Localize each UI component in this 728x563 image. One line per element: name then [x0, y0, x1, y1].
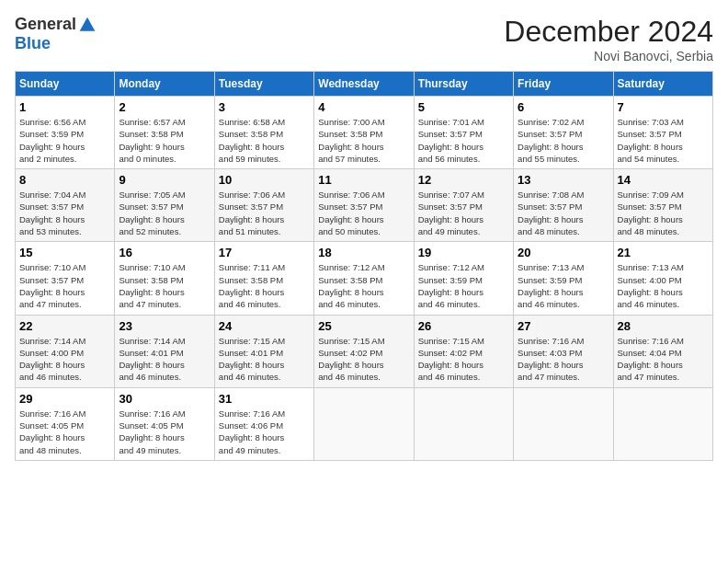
day-number: 14	[618, 173, 709, 187]
day-number: 31	[219, 392, 310, 406]
day-info: Sunrise: 7:16 AMSunset: 4:06 PMDaylight:…	[219, 408, 310, 456]
day-number: 4	[318, 100, 409, 114]
day-number: 23	[119, 319, 210, 333]
logo-icon	[78, 16, 97, 34]
calendar-cell: 29Sunrise: 7:16 AMSunset: 4:05 PMDayligh…	[16, 387, 115, 460]
day-number: 26	[418, 319, 509, 333]
day-number: 22	[19, 319, 110, 333]
calendar-cell: 19Sunrise: 7:12 AMSunset: 3:59 PMDayligh…	[414, 242, 513, 315]
calendar-cell	[514, 387, 613, 460]
day-number: 2	[119, 100, 210, 114]
day-number: 28	[618, 319, 709, 333]
day-info: Sunrise: 7:11 AMSunset: 3:58 PMDaylight:…	[219, 261, 310, 310]
calendar-cell: 22Sunrise: 7:14 AMSunset: 4:00 PMDayligh…	[16, 315, 115, 387]
logo-blue-text: Blue	[15, 34, 51, 53]
calendar-cell: 13Sunrise: 7:08 AMSunset: 3:57 PMDayligh…	[514, 169, 613, 242]
calendar-table: SundayMondayTuesdayWednesdayThursdayFrid…	[15, 71, 713, 461]
calendar-week-row: 22Sunrise: 7:14 AMSunset: 4:00 PMDayligh…	[16, 315, 713, 387]
header: General Blue December 2024 Novi Banovci,…	[15, 15, 713, 63]
logo-general-text: General	[15, 15, 76, 34]
day-info: Sunrise: 7:15 AMSunset: 4:02 PMDaylight:…	[418, 335, 509, 384]
day-number: 18	[318, 246, 409, 259]
day-number: 30	[119, 392, 210, 406]
calendar-cell: 24Sunrise: 7:15 AMSunset: 4:01 PMDayligh…	[214, 315, 313, 387]
day-number: 12	[418, 173, 509, 187]
calendar-cell: 5Sunrise: 7:01 AMSunset: 3:57 PMDaylight…	[414, 97, 513, 169]
day-number: 16	[119, 246, 210, 259]
day-header-friday: Friday	[514, 72, 613, 97]
day-header-wednesday: Wednesday	[314, 72, 414, 97]
calendar-cell: 16Sunrise: 7:10 AMSunset: 3:58 PMDayligh…	[115, 242, 214, 315]
calendar-cell: 2Sunrise: 6:57 AMSunset: 3:58 PMDaylight…	[115, 97, 214, 169]
svg-marker-0	[80, 17, 96, 30]
days-header-row: SundayMondayTuesdayWednesdayThursdayFrid…	[16, 72, 713, 97]
calendar-cell: 11Sunrise: 7:06 AMSunset: 3:57 PMDayligh…	[314, 169, 414, 242]
day-info: Sunrise: 7:15 AMSunset: 4:01 PMDaylight:…	[219, 335, 310, 384]
day-info: Sunrise: 7:07 AMSunset: 3:57 PMDaylight:…	[418, 189, 509, 237]
location-subtitle: Novi Banovci, Serbia	[504, 49, 713, 63]
day-number: 13	[518, 173, 609, 187]
calendar-cell	[314, 387, 414, 460]
day-info: Sunrise: 7:14 AMSunset: 4:00 PMDaylight:…	[19, 335, 110, 384]
day-number: 21	[618, 246, 709, 259]
title-block: December 2024 Novi Banovci, Serbia	[504, 15, 713, 63]
day-info: Sunrise: 6:57 AMSunset: 3:58 PMDaylight:…	[119, 116, 210, 165]
day-number: 15	[19, 246, 110, 259]
day-header-sunday: Sunday	[16, 72, 115, 97]
day-number: 11	[318, 173, 409, 187]
day-info: Sunrise: 7:16 AMSunset: 4:04 PMDaylight:…	[618, 335, 709, 384]
day-number: 17	[219, 246, 310, 259]
day-number: 25	[318, 319, 409, 333]
day-info: Sunrise: 7:13 AMSunset: 4:00 PMDaylight:…	[618, 261, 709, 310]
calendar-cell: 8Sunrise: 7:04 AMSunset: 3:57 PMDaylight…	[16, 169, 115, 242]
logo: General Blue	[15, 15, 97, 53]
day-info: Sunrise: 7:15 AMSunset: 4:02 PMDaylight:…	[318, 335, 409, 384]
calendar-cell: 20Sunrise: 7:13 AMSunset: 3:59 PMDayligh…	[514, 242, 613, 315]
calendar-cell: 18Sunrise: 7:12 AMSunset: 3:58 PMDayligh…	[314, 242, 414, 315]
calendar-cell: 14Sunrise: 7:09 AMSunset: 3:57 PMDayligh…	[613, 169, 712, 242]
day-header-tuesday: Tuesday	[214, 72, 313, 97]
day-info: Sunrise: 6:56 AMSunset: 3:59 PMDaylight:…	[19, 116, 110, 165]
calendar-cell: 25Sunrise: 7:15 AMSunset: 4:02 PMDayligh…	[314, 315, 414, 387]
day-info: Sunrise: 7:12 AMSunset: 3:58 PMDaylight:…	[318, 261, 409, 310]
calendar-week-row: 29Sunrise: 7:16 AMSunset: 4:05 PMDayligh…	[16, 387, 713, 460]
calendar-cell	[613, 387, 712, 460]
calendar-cell: 10Sunrise: 7:06 AMSunset: 3:57 PMDayligh…	[214, 169, 313, 242]
day-info: Sunrise: 7:06 AMSunset: 3:57 PMDaylight:…	[219, 189, 310, 237]
day-number: 29	[19, 392, 110, 406]
day-number: 9	[119, 173, 210, 187]
calendar-cell: 9Sunrise: 7:05 AMSunset: 3:57 PMDaylight…	[115, 169, 214, 242]
day-info: Sunrise: 7:03 AMSunset: 3:57 PMDaylight:…	[618, 116, 709, 165]
day-number: 1	[19, 100, 110, 114]
day-info: Sunrise: 7:00 AMSunset: 3:58 PMDaylight:…	[318, 116, 409, 165]
calendar-week-row: 1Sunrise: 6:56 AMSunset: 3:59 PMDaylight…	[16, 97, 713, 169]
day-number: 7	[618, 100, 709, 114]
calendar-cell: 15Sunrise: 7:10 AMSunset: 3:57 PMDayligh…	[16, 242, 115, 315]
day-number: 5	[418, 100, 509, 114]
calendar-cell: 6Sunrise: 7:02 AMSunset: 3:57 PMDaylight…	[514, 97, 613, 169]
day-info: Sunrise: 7:02 AMSunset: 3:57 PMDaylight:…	[518, 116, 609, 165]
day-number: 6	[518, 100, 609, 114]
day-info: Sunrise: 7:14 AMSunset: 4:01 PMDaylight:…	[119, 335, 210, 384]
calendar-week-row: 15Sunrise: 7:10 AMSunset: 3:57 PMDayligh…	[16, 242, 713, 315]
calendar-cell: 26Sunrise: 7:15 AMSunset: 4:02 PMDayligh…	[414, 315, 513, 387]
day-number: 10	[219, 173, 310, 187]
day-info: Sunrise: 7:13 AMSunset: 3:59 PMDaylight:…	[518, 261, 609, 310]
calendar-cell: 27Sunrise: 7:16 AMSunset: 4:03 PMDayligh…	[514, 315, 613, 387]
day-header-monday: Monday	[115, 72, 214, 97]
calendar-cell	[414, 387, 513, 460]
calendar-cell: 3Sunrise: 6:58 AMSunset: 3:58 PMDaylight…	[214, 97, 313, 169]
day-header-saturday: Saturday	[613, 72, 712, 97]
calendar-cell: 7Sunrise: 7:03 AMSunset: 3:57 PMDaylight…	[613, 97, 712, 169]
calendar-cell: 21Sunrise: 7:13 AMSunset: 4:00 PMDayligh…	[613, 242, 712, 315]
calendar-cell: 30Sunrise: 7:16 AMSunset: 4:05 PMDayligh…	[115, 387, 214, 460]
calendar-cell: 12Sunrise: 7:07 AMSunset: 3:57 PMDayligh…	[414, 169, 513, 242]
day-info: Sunrise: 7:16 AMSunset: 4:03 PMDaylight:…	[518, 335, 609, 384]
day-info: Sunrise: 7:10 AMSunset: 3:58 PMDaylight:…	[119, 261, 210, 310]
day-number: 20	[518, 246, 609, 259]
calendar-cell: 4Sunrise: 7:00 AMSunset: 3:58 PMDaylight…	[314, 97, 414, 169]
day-info: Sunrise: 7:08 AMSunset: 3:57 PMDaylight:…	[518, 189, 609, 237]
day-info: Sunrise: 7:01 AMSunset: 3:57 PMDaylight:…	[418, 116, 509, 165]
day-number: 24	[219, 319, 310, 333]
calendar-cell: 31Sunrise: 7:16 AMSunset: 4:06 PMDayligh…	[214, 387, 313, 460]
